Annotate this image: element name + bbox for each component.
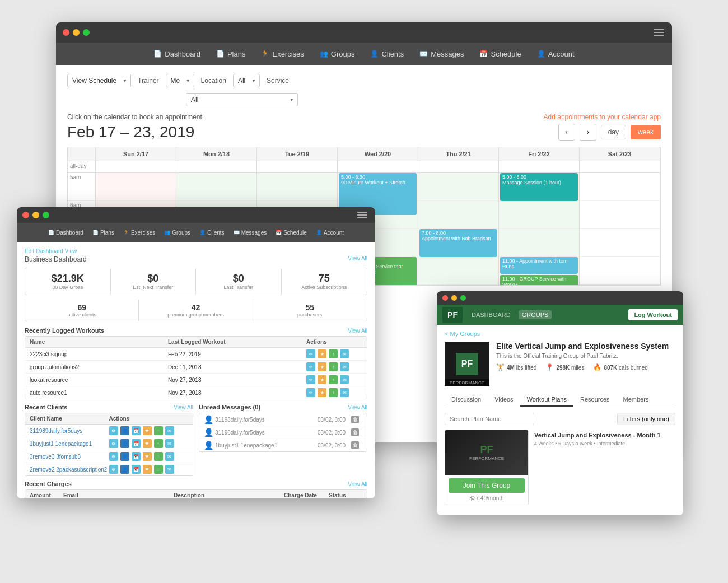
- breadcrumb[interactable]: < My Groups: [445, 330, 675, 337]
- nav-groups[interactable]: 👥 Groups: [312, 43, 363, 65]
- c4-action-3[interactable]: 📅: [132, 465, 141, 474]
- event-fri-appt1[interactable]: 11:00 - Appointment with tom Runs: [500, 257, 578, 274]
- c-action-5[interactable]: ↑: [154, 426, 163, 435]
- messages-view-all[interactable]: View All: [348, 404, 367, 411]
- nav-schedule[interactable]: 📅 Schedule: [472, 43, 529, 65]
- tab-videos[interactable]: Videos: [488, 393, 520, 407]
- cal-allday-tue[interactable]: [257, 161, 338, 172]
- c-action-1[interactable]: ⚙: [109, 426, 118, 435]
- client-1[interactable]: 311989daily.for5days: [30, 428, 109, 434]
- cal-allday-sat[interactable]: [580, 161, 660, 172]
- location-wrapper[interactable]: All: [233, 74, 260, 87]
- client-2[interactable]: 1buyjust1 1enepackage1: [30, 441, 109, 447]
- view-schedule-select[interactable]: View Schedule: [67, 74, 131, 87]
- cal-allday-wed[interactable]: [338, 161, 418, 172]
- all-select[interactable]: All: [186, 93, 298, 106]
- view-schedule-wrapper[interactable]: View Schedule: [67, 74, 131, 87]
- recently-logged-view-all[interactable]: View All: [348, 328, 367, 334]
- action-star-2[interactable]: ★: [318, 362, 326, 371]
- c3-action-2[interactable]: 👤: [120, 452, 129, 461]
- cal-prev-btn[interactable]: ‹: [558, 124, 575, 141]
- c4-action-4[interactable]: ❤: [143, 465, 152, 474]
- c3-action-5[interactable]: ↑: [154, 452, 163, 461]
- dash-view-all[interactable]: View All: [348, 255, 367, 263]
- cal-allday-thu[interactable]: [418, 161, 499, 172]
- msg-del-1[interactable]: 🗑: [351, 416, 359, 423]
- c-action-4[interactable]: ❤: [143, 426, 152, 435]
- group-nav-dashboard[interactable]: DASHBOARD: [468, 310, 514, 319]
- c2-action-6[interactable]: ✉: [165, 439, 174, 448]
- c4-action-6[interactable]: ✉: [165, 465, 174, 474]
- dash-nav-groups[interactable]: 👥 Groups: [160, 223, 195, 242]
- c4-action-1[interactable]: ⚙: [109, 465, 118, 474]
- msg-del-2[interactable]: 🗑: [351, 428, 359, 436]
- location-select[interactable]: All: [233, 74, 260, 87]
- dash-nav-exercises[interactable]: 🏃 Exercises: [119, 223, 160, 242]
- charges-view-all[interactable]: View All: [348, 481, 367, 487]
- dash-nav-plans[interactable]: 📄 Plans: [88, 223, 119, 242]
- cal-col-thu[interactable]: 7:00 - 8:00Appointment with Bob Bradson: [418, 173, 499, 285]
- action-msg-4[interactable]: ✉: [340, 388, 349, 397]
- event-fri-massage[interactable]: 5:00 - 6:00Massage Session (1 hour): [500, 173, 578, 201]
- event-thu-appt[interactable]: 7:00 - 8:00Appointment with Bob Bradson: [419, 229, 497, 257]
- cal-next-btn[interactable]: ›: [580, 124, 596, 141]
- action-star-1[interactable]: ★: [318, 349, 326, 358]
- msg-del-3[interactable]: 🗑: [351, 441, 359, 449]
- action-msg-2[interactable]: ✉: [340, 362, 349, 371]
- cal-col-fri[interactable]: 5:00 - 6:00Massage Session (1 hour) 11:0…: [499, 173, 580, 285]
- c4-action-5[interactable]: ↑: [154, 465, 163, 474]
- c2-action-5[interactable]: ↑: [154, 439, 163, 448]
- tab-members[interactable]: Members: [617, 393, 656, 407]
- c3-action-1[interactable]: ⚙: [109, 452, 118, 461]
- cal-week-btn[interactable]: week: [631, 125, 661, 139]
- nav-plans[interactable]: 📄 Plans: [208, 43, 254, 65]
- tab-workout-plans[interactable]: Workout Plans: [520, 393, 573, 407]
- action-msg-3[interactable]: ✉: [340, 375, 349, 384]
- action-edit-3[interactable]: ✏: [306, 375, 315, 384]
- nav-account[interactable]: 👤 Account: [529, 43, 582, 65]
- c-action-2[interactable]: 👤: [120, 426, 129, 435]
- c-action-6[interactable]: ✉: [165, 426, 174, 435]
- cal-allday-sun[interactable]: [96, 161, 176, 172]
- cal-allday-fri[interactable]: [499, 161, 580, 172]
- edit-dashboard-link[interactable]: Edit Dashboard View: [25, 248, 77, 254]
- log-workout-btn[interactable]: Log Workout: [628, 309, 678, 320]
- group-search-input[interactable]: [445, 413, 534, 425]
- c2-action-1[interactable]: ⚙: [109, 439, 118, 448]
- dash-dot-green[interactable]: [43, 212, 49, 218]
- filter-button[interactable]: Filters (only one): [617, 413, 675, 425]
- dot-red[interactable]: [63, 29, 69, 36]
- dash-nav-dashboard[interactable]: 📄 Dashboard: [44, 223, 88, 242]
- action-star-3[interactable]: ★: [318, 375, 326, 384]
- c3-action-4[interactable]: ❤: [143, 452, 152, 461]
- client-3[interactable]: 3remove3 3fomsub3: [30, 454, 109, 460]
- c2-action-2[interactable]: 👤: [120, 439, 129, 448]
- nav-dashboard[interactable]: 📄 Dashboard: [146, 43, 208, 65]
- nav-exercises[interactable]: 🏃 Exercises: [253, 43, 311, 65]
- dash-hamburger[interactable]: [357, 212, 367, 218]
- add-calendar-link[interactable]: Add appointments to your calendar app: [544, 113, 661, 121]
- action-bar-1[interactable]: ↑: [329, 349, 338, 358]
- event-fri-group[interactable]: 11:00 - GROUP Service with WorkG...: [500, 275, 578, 285]
- action-bar-2[interactable]: ↑: [329, 362, 338, 371]
- dash-nav-schedule[interactable]: 📅 Schedule: [271, 223, 311, 242]
- dot-green[interactable]: [83, 29, 90, 36]
- cal-day-btn[interactable]: day: [601, 125, 626, 139]
- action-bar-4[interactable]: ↑: [329, 388, 338, 397]
- trainer-wrapper[interactable]: Me: [166, 74, 194, 87]
- c3-action-6[interactable]: ✉: [165, 452, 174, 461]
- clients-view-all[interactable]: View All: [174, 404, 193, 411]
- c2-action-3[interactable]: 📅: [132, 439, 141, 448]
- action-star-4[interactable]: ★: [318, 388, 326, 397]
- join-group-btn[interactable]: Join This Group: [449, 478, 525, 493]
- dash-nav-clients[interactable]: 👤 Clients: [195, 223, 229, 242]
- tab-resources[interactable]: Resources: [573, 393, 617, 407]
- c3-action-3[interactable]: 📅: [132, 452, 141, 461]
- action-edit-4[interactable]: ✏: [306, 388, 315, 397]
- c-action-3[interactable]: 📅: [132, 426, 141, 435]
- group-nav-groups[interactable]: GROUPS: [519, 310, 552, 319]
- action-msg-1[interactable]: ✉: [340, 349, 349, 358]
- action-edit-1[interactable]: ✏: [306, 349, 315, 358]
- c4-action-2[interactable]: 👤: [120, 465, 129, 474]
- trainer-select[interactable]: Me: [166, 74, 194, 87]
